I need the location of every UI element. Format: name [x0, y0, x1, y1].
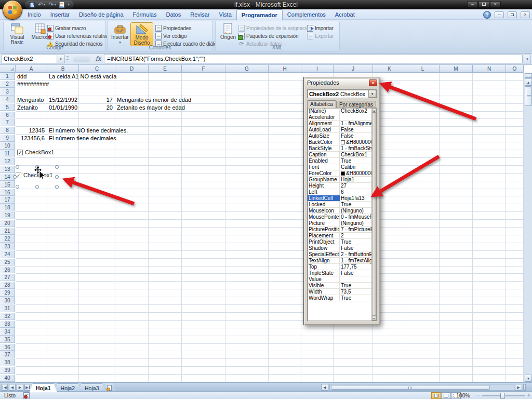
row-header-36[interactable]: 36: [0, 344, 15, 351]
workbook-restore-button[interactable]: [508, 11, 517, 18]
property-row-autoload[interactable]: AutoLoadFalse: [308, 127, 371, 133]
first-sheet-icon[interactable]: ◀: [1, 384, 8, 391]
sheet-tab-hoja1[interactable]: Hoja1: [30, 383, 57, 392]
vertical-scroll-thumb[interactable]: [525, 86, 532, 106]
last-sheet-icon[interactable]: ▶: [24, 384, 31, 391]
referencias-relativas-button[interactable]: Usar referencias relativas: [47, 32, 111, 39]
grabar-macro-button[interactable]: Grabar macro: [47, 24, 86, 32]
property-row-linkedcell[interactable]: LinkedCellHoja1!a13: [308, 195, 371, 202]
row-header-27[interactable]: 27: [0, 274, 15, 281]
row-header-39[interactable]: 39: [0, 367, 15, 374]
properties-window-titlebar[interactable]: Propiedades: [305, 79, 378, 87]
column-header-H[interactable]: H: [269, 65, 301, 73]
property-row-font[interactable]: FontCalibri: [308, 164, 371, 170]
property-row-forecolor[interactable]: ForeColor&H8000000: [308, 170, 371, 177]
property-row-height[interactable]: Height27: [308, 183, 371, 189]
row-header-5[interactable]: 5: [0, 104, 15, 111]
cell-B8[interactable]: El número NO tiene decimales.: [47, 127, 129, 134]
cell-D4[interactable]: Menganito es menor de edad: [115, 96, 193, 103]
next-sheet-icon[interactable]: ▶: [17, 384, 23, 391]
column-header-A[interactable]: A: [16, 65, 47, 73]
view-page-layout-button[interactable]: [441, 392, 451, 399]
property-row-mousepointer[interactable]: MousePointer0 - fmMousePo: [308, 214, 371, 220]
ribbon-tab-complementos[interactable]: Complementos: [283, 9, 330, 20]
row-header-31[interactable]: 31: [0, 305, 15, 312]
selection-handle[interactable]: [55, 185, 59, 189]
column-header-L[interactable]: L: [406, 65, 440, 73]
insertar-control-button[interactable]: Insertar ▾: [109, 22, 131, 45]
ribbon-tab-insertar[interactable]: Insertar: [46, 9, 74, 20]
cell-A1[interactable]: ddd: [16, 73, 28, 80]
origen-button[interactable]: Origen: [217, 22, 240, 45]
property-row-groupname[interactable]: GroupNameHoja1: [308, 177, 371, 183]
zoom-slider-thumb[interactable]: [500, 393, 505, 399]
cell-B4[interactable]: 15/12/1992: [47, 96, 78, 103]
selection-handle[interactable]: [16, 165, 19, 169]
property-row-backcolor[interactable]: BackColor&H8000000: [308, 139, 371, 145]
selection-handle[interactable]: [55, 175, 59, 179]
object-selector-dropdown[interactable]: ▾: [368, 90, 376, 98]
cell-C4[interactable]: 17: [79, 96, 114, 103]
tab-split-handle[interactable]: [523, 384, 526, 391]
property-row-left[interactable]: Left6: [308, 189, 371, 195]
selection-handle[interactable]: [55, 165, 59, 169]
cell-A9[interactable]: 123456,6: [16, 135, 46, 142]
close-button[interactable]: ×: [490, 1, 501, 8]
tab-por-categorias[interactable]: Por categorías: [336, 101, 376, 108]
row-header-30[interactable]: 30: [0, 297, 15, 304]
row-header-34[interactable]: 34: [0, 328, 15, 336]
help-icon[interactable]: ?: [483, 11, 491, 19]
previous-sheet-icon[interactable]: ◀: [9, 384, 16, 391]
insert-worksheet-icon[interactable]: [102, 383, 116, 392]
row-header-25[interactable]: 25: [0, 259, 15, 266]
ribbon-tab-datos[interactable]: Datos: [161, 9, 185, 20]
propiedades-button[interactable]: Propiedades: [155, 24, 191, 32]
row-header-29[interactable]: 29: [0, 289, 15, 297]
ribbon-tab-inicio[interactable]: Inicio: [23, 9, 46, 20]
row-header-38[interactable]: 38: [0, 359, 15, 366]
row-header-17[interactable]: 17: [0, 196, 15, 204]
sheet-tab-hoja3[interactable]: Hoja3: [78, 383, 105, 392]
column-header-C[interactable]: C: [79, 65, 115, 73]
property-row-value[interactable]: Value: [308, 276, 371, 283]
property-scroll-thumb[interactable]: [372, 113, 376, 316]
hscroll-left-icon[interactable]: ◀: [321, 384, 328, 391]
name-box-dropdown[interactable]: ▾: [57, 55, 65, 63]
view-normal-button[interactable]: [431, 392, 441, 399]
office-button[interactable]: [3, 0, 22, 20]
property-row-mouseicon[interactable]: MouseIcon(Ninguno): [308, 208, 371, 214]
row-header-11[interactable]: 11: [0, 150, 15, 157]
workbook-close-button[interactable]: ×: [521, 11, 530, 18]
row-header-6[interactable]: 6: [0, 112, 15, 119]
cell-B5[interactable]: 01/01/1990: [47, 104, 78, 111]
zoom-level[interactable]: 100%: [456, 392, 470, 398]
property-row-picture[interactable]: Picture(Ninguno): [308, 220, 371, 227]
column-header-G[interactable]: G: [225, 65, 269, 73]
row-header-23[interactable]: 23: [0, 243, 15, 250]
formula-bar-expand-icon[interactable]: ▾: [524, 55, 531, 63]
row-header-40[interactable]: 40: [0, 375, 15, 382]
sheet-tab-hoja2[interactable]: Hoja2: [55, 383, 81, 392]
cell-A4[interactable]: Menganito: [16, 96, 45, 103]
property-row-locked[interactable]: LockedTrue: [308, 202, 371, 208]
zoom-out-icon[interactable]: −: [475, 392, 481, 398]
paquetes-expansion-button[interactable]: Paquetes de expansión: [238, 32, 298, 39]
cell-B1[interactable]: La celda A1 NO está vacía: [47, 73, 118, 80]
row-header-32[interactable]: 32: [0, 313, 15, 320]
visual-basic-button[interactable]: Visual Basic: [6, 22, 29, 45]
scroll-down-icon[interactable]: ▼: [372, 316, 376, 321]
selection-handle[interactable]: [35, 185, 39, 189]
tab-alfabetica[interactable]: Alfabética: [307, 100, 336, 108]
row-header-19[interactable]: 19: [0, 212, 15, 219]
hscroll-right-icon[interactable]: ▶: [515, 384, 522, 391]
vertical-scrollbar[interactable]: ▲ ▼: [524, 73, 532, 382]
property-row-wordwrap[interactable]: WordWrapTrue: [308, 295, 371, 301]
ribbon-tab-dise-o-de-p-gina[interactable]: Diseño de página: [74, 9, 128, 20]
row-header-26[interactable]: 26: [0, 267, 15, 274]
scroll-down-icon[interactable]: ▼: [525, 375, 532, 382]
ribbon-tab-vista[interactable]: Vista: [215, 9, 236, 20]
property-scrollbar[interactable]: ▲ ▼: [371, 108, 376, 321]
restore-button[interactable]: [478, 1, 489, 8]
properties-window[interactable]: Propiedades × CheckBox2 CheckBox ▾ Alfab…: [303, 77, 380, 325]
name-box[interactable]: CheckBox2: [1, 55, 57, 63]
